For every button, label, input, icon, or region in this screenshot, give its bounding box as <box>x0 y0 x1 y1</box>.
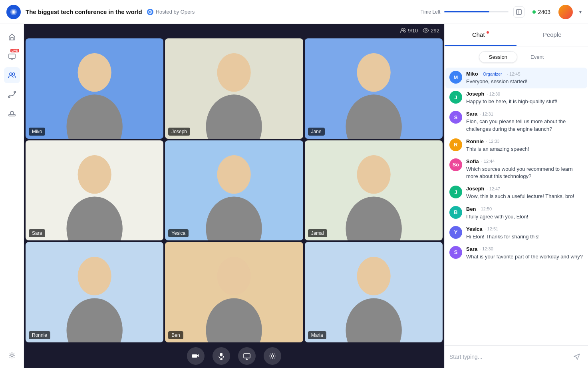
video-top-bar: 9/10 292 <box>24 24 444 37</box>
chat-message: SSara· 12:31Elon, can you please tell us… <box>449 111 583 132</box>
sidebar-item-networking[interactable] <box>4 86 20 102</box>
message-text: What is your favorite part of the workda… <box>466 253 583 260</box>
expand-button[interactable] <box>513 6 524 18</box>
message-avatar: So <box>449 158 462 171</box>
message-text: Which sources would you recommend to lea… <box>466 166 583 180</box>
session-tab[interactable]: Session <box>479 51 517 63</box>
participant-name-badge: Joseph <box>168 128 190 136</box>
svg-point-31 <box>206 298 262 342</box>
chat-message: SSara· 12:30What is your favorite part o… <box>449 246 583 260</box>
viewer-dot <box>532 10 536 14</box>
time-left-bar <box>444 11 508 12</box>
svg-point-34 <box>357 257 390 295</box>
user-menu-chevron[interactable]: ▾ <box>579 9 582 15</box>
svg-point-13 <box>11 354 13 356</box>
svg-point-28 <box>357 155 390 194</box>
participants-count: 9/10 <box>400 27 418 34</box>
viewer-count: 2403 <box>532 9 550 15</box>
mic-button[interactable] <box>213 347 230 365</box>
message-time: · 12:45 <box>507 72 520 76</box>
video-cell-jane[interactable]: Jane <box>305 38 443 139</box>
chat-input[interactable] <box>449 354 567 360</box>
video-cell-miko[interactable]: Miko <box>26 38 163 139</box>
message-text: Hi Elon! Thanks for sharing this! <box>466 233 583 240</box>
svg-point-29 <box>66 298 122 342</box>
message-time: · 12:31 <box>480 112 493 116</box>
svg-point-22 <box>357 53 390 92</box>
viewers-count-text: 292 <box>431 28 439 34</box>
message-avatar: B <box>449 206 462 219</box>
video-cell-joseph[interactable]: Joseph <box>165 38 303 139</box>
sidebar-item-stage[interactable] <box>4 106 20 122</box>
message-author: Sara <box>466 246 477 252</box>
svg-point-15 <box>403 29 405 31</box>
user-avatar[interactable] <box>558 5 573 19</box>
participant-name-badge: Sara <box>29 229 45 237</box>
message-author: Sara <box>466 111 477 117</box>
chat-message: JJoseph· 12:30Happy to be here, it is hi… <box>449 91 583 105</box>
main-layout: LIVE <box>0 24 588 368</box>
svg-point-14 <box>401 29 403 31</box>
svg-point-20 <box>217 53 251 92</box>
send-button[interactable] <box>570 350 583 363</box>
video-cell-yesica[interactable]: Yesica <box>165 140 303 241</box>
sidebar: LIVE <box>0 24 24 368</box>
chat-notification-dot <box>487 31 489 34</box>
tab-people[interactable]: People <box>516 24 588 46</box>
message-text: Elon, can you please tell us more about … <box>466 118 583 132</box>
participants-count-text: 9/10 <box>408 28 418 34</box>
video-cell-ben[interactable]: Ben <box>165 242 303 342</box>
participant-name-badge: Ben <box>168 331 183 339</box>
message-time: · 12:51 <box>485 226 499 231</box>
viewer-count-number: 2403 <box>538 9 550 15</box>
chat-panel: Chat People Session Event MMikoOrganizer… <box>444 24 588 368</box>
screen-share-button[interactable] <box>238 347 256 365</box>
video-cell-jamal[interactable]: Jamal <box>305 140 443 241</box>
svg-point-23 <box>66 196 122 240</box>
viewers-count: 292 <box>423 27 439 34</box>
header: The biggest tech conference in the world… <box>0 0 588 24</box>
message-time: · 12:47 <box>487 186 501 191</box>
message-author: Sofia <box>466 158 479 164</box>
svg-rect-38 <box>244 354 250 358</box>
time-left-label: Time Left <box>421 9 441 15</box>
message-time: · 12:50 <box>479 206 492 211</box>
chat-message: RRonnie· 12:33This is an amazing speech! <box>449 138 583 153</box>
message-avatar: M <box>449 71 462 84</box>
svg-rect-12 <box>9 114 15 116</box>
participant-name-badge: Ronnie <box>29 331 50 339</box>
sidebar-item-live[interactable]: LIVE <box>4 48 20 64</box>
svg-point-17 <box>66 94 122 138</box>
svg-rect-7 <box>9 54 15 58</box>
svg-point-25 <box>206 196 262 240</box>
svg-point-27 <box>346 196 401 240</box>
video-cell-maria[interactable]: Maria <box>305 242 443 342</box>
conference-title: The biggest tech conference in the world <box>26 8 142 15</box>
camera-button[interactable] <box>187 347 205 365</box>
svg-point-2 <box>13 11 15 13</box>
video-area: 9/10 292 MikoJosephJaneSaraYesicaJamalRo… <box>24 24 444 368</box>
video-cell-sara[interactable]: Sara <box>26 140 163 241</box>
live-badge: LIVE <box>10 49 19 52</box>
chat-input-area <box>445 345 588 368</box>
video-cell-ronnie[interactable]: Ronnie <box>26 242 163 342</box>
sidebar-item-home[interactable] <box>4 29 20 45</box>
svg-point-24 <box>78 155 111 194</box>
svg-point-9 <box>12 73 15 75</box>
svg-point-30 <box>78 257 111 295</box>
chat-message: MMikoOrganizer· 12:45Everyone, session s… <box>445 68 587 88</box>
tab-chat[interactable]: Chat <box>445 24 516 46</box>
svg-point-33 <box>346 298 401 342</box>
sidebar-item-settings[interactable] <box>4 347 20 363</box>
participant-name-badge: Maria <box>308 331 326 339</box>
event-tab[interactable]: Event <box>520 51 554 63</box>
participant-name-badge: Yesica <box>168 229 189 237</box>
settings-control-button[interactable] <box>264 347 281 365</box>
chat-message: JJoseph· 12:47Wow, this is such a useful… <box>449 186 583 200</box>
message-time: · 12:30 <box>487 92 501 96</box>
participant-name-badge: Jane <box>308 128 325 136</box>
message-text: Everyone, session started! <box>466 78 583 85</box>
sidebar-item-people[interactable] <box>4 67 20 83</box>
svg-rect-35 <box>220 353 222 356</box>
message-text: I fully agree with you, Elon! <box>466 213 583 220</box>
